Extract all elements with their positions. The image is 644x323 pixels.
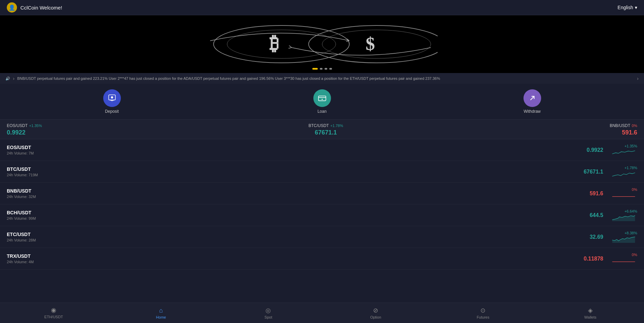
eos-chart: +1.35% xyxy=(610,144,637,156)
ticker-arrow-prev[interactable]: › xyxy=(13,76,15,81)
market-row-eos[interactable]: EOS/USDT 24h Volume: 7M 0.9922 +1.35% xyxy=(0,139,644,161)
nav-option[interactable]: ⊘ Option xyxy=(322,307,429,319)
loan-icon xyxy=(313,89,331,107)
btc-info: BTC/USDT 24h Volume: 719M xyxy=(7,166,38,177)
price-eos[interactable]: EOS/USDT +1.35% 0.9922 xyxy=(7,122,42,136)
trx-info: TRX/USDT 24h Volume: 4M xyxy=(7,253,34,264)
dot-4[interactable] xyxy=(329,68,332,70)
eos-market-price: 0.9922 xyxy=(587,147,603,153)
spot-icon: ◎ xyxy=(265,307,271,314)
btc-right: 67671.1 +1.78% xyxy=(584,166,637,178)
eos-change: +1.35% xyxy=(624,144,637,148)
trx-pair: TRX/USDT xyxy=(7,253,34,259)
ticker-bar: 🔊 › BNB/USDT perpetual futures pair and … xyxy=(0,73,644,84)
svg-point-7 xyxy=(111,96,113,99)
svg-text:₿: ₿ xyxy=(270,33,279,54)
eos-volume: 24h Volume: 7M xyxy=(7,151,34,155)
etc-info: ETC/USDT 24h Volume: 28M xyxy=(7,232,36,242)
bch-change: +6.64% xyxy=(624,209,637,213)
btc-change: +1.78% xyxy=(624,166,637,170)
btc-volume: 24h Volume: 719M xyxy=(7,173,38,177)
bch-volume: 24h Volume: 99M xyxy=(7,216,36,220)
option-icon: ⊘ xyxy=(373,307,378,314)
bch-chart: +6.64% xyxy=(610,209,637,221)
nav-home[interactable]: ⌂ Home xyxy=(107,307,215,319)
bnb-market-price: 591.6 xyxy=(590,191,603,197)
ticker-arrow-next[interactable]: › xyxy=(637,76,639,81)
dot-3[interactable] xyxy=(325,68,327,70)
market-list: EOS/USDT 24h Volume: 7M 0.9922 +1.35% BT… xyxy=(0,139,644,292)
btc-pair-label: BTC/USDT +1.78% xyxy=(309,122,343,128)
etc-chart: +8.38% xyxy=(610,231,637,243)
deposit-icon xyxy=(103,89,121,107)
futures-label: Futures xyxy=(477,315,489,319)
svg-text:$: $ xyxy=(366,33,375,54)
trx-change: 0% xyxy=(632,253,637,257)
eth-usdt-icon: ◉ xyxy=(51,306,56,314)
banner-dots xyxy=(312,68,332,70)
nav-eth-usdt[interactable]: ◉ ETH/USDT xyxy=(0,306,107,320)
bottom-nav: ◉ ETH/USDT ⌂ Home ◎ Spot ⊘ Option ⊙ Futu… xyxy=(0,303,644,323)
banner-logo: ₿ $ xyxy=(207,22,438,66)
ticker-text: BNB/USDT perpetual futures pair and gain… xyxy=(17,76,440,80)
bch-mini-chart xyxy=(610,214,637,221)
eth-usdt-label: ETH/USDT xyxy=(44,315,63,319)
eos-info: EOS/USDT 24h Volume: 7M xyxy=(7,145,34,155)
market-row-etc[interactable]: ETC/USDT 24h Volume: 28M 32.69 +8.38% xyxy=(0,226,644,248)
trx-mini-chart xyxy=(610,257,637,265)
svg-rect-8 xyxy=(318,96,326,101)
price-bnb[interactable]: BNB/USDT 0% 591.6 xyxy=(610,122,637,136)
bch-market-price: 644.5 xyxy=(590,212,603,218)
banner: ₿ $ xyxy=(0,15,644,73)
withdraw-action[interactable]: Withdraw xyxy=(523,89,541,114)
etc-volume: 24h Volume: 28M xyxy=(7,238,36,242)
bch-pair: BCH/USDT xyxy=(7,210,36,215)
market-row-bnb[interactable]: BNB/USDT 24h Volume: 32M 591.6 0% xyxy=(0,183,644,204)
eos-right: 0.9922 +1.35% xyxy=(587,144,637,156)
btc-market-price: 67671.1 xyxy=(584,169,603,175)
etc-market-price: 32.69 xyxy=(590,234,603,240)
market-row-bch[interactable]: BCH/USDT 24h Volume: 99M 644.5 +6.64% xyxy=(0,204,644,226)
price-btc[interactable]: BTC/USDT +1.78% 67671.1 xyxy=(309,122,343,136)
bnb-right: 591.6 0% xyxy=(590,187,637,199)
etc-pair: ETC/USDT xyxy=(7,232,36,237)
etc-mini-chart xyxy=(610,236,637,243)
dot-1[interactable] xyxy=(312,68,318,70)
home-label: Home xyxy=(156,315,166,319)
language-label: English xyxy=(618,5,633,10)
bnb-volume: 24h Volume: 32M xyxy=(7,195,36,199)
withdraw-label: Withdraw xyxy=(523,109,540,114)
wallets-icon: ◈ xyxy=(588,307,593,314)
bnb-chart: 0% xyxy=(610,187,637,199)
market-row-trx[interactable]: TRX/USDT 24h Volume: 4M 0.11878 0% xyxy=(0,248,644,270)
bch-right: 644.5 +6.64% xyxy=(590,209,637,221)
withdraw-icon xyxy=(523,89,541,107)
nav-wallets[interactable]: ◈ Wallets xyxy=(537,307,644,319)
btc-price: 67671.1 xyxy=(309,129,343,136)
nav-spot[interactable]: ◎ Spot xyxy=(215,307,322,319)
quick-actions: Deposit Loan Withdraw xyxy=(0,84,644,119)
market-row-btc[interactable]: BTC/USDT 24h Volume: 719M 67671.1 +1.78% xyxy=(0,161,644,183)
bnb-mini-chart xyxy=(610,192,637,199)
bnb-price: 591.6 xyxy=(610,129,637,136)
header-left: 👤 CclCoin Welcome! xyxy=(7,2,62,13)
eos-pair-label: EOS/USDT +1.35% xyxy=(7,122,42,128)
language-selector[interactable]: English ▾ xyxy=(618,5,637,10)
eos-price: 0.9922 xyxy=(7,129,42,136)
deposit-action[interactable]: Deposit xyxy=(103,89,121,114)
bch-info: BCH/USDT 24h Volume: 99M xyxy=(7,210,36,220)
btc-pair: BTC/USDT xyxy=(7,166,38,172)
bnb-pair-label: BNB/USDT 0% xyxy=(610,122,637,128)
deposit-label: Deposit xyxy=(105,109,119,114)
bnb-pair: BNB/USDT xyxy=(7,188,36,194)
trx-volume: 24h Volume: 4M xyxy=(7,260,34,264)
chevron-down-icon: ▾ xyxy=(635,5,637,10)
wallets-label: Wallets xyxy=(584,315,596,319)
dot-2[interactable] xyxy=(320,68,323,70)
avatar: 👤 xyxy=(7,2,17,13)
futures-icon: ⊙ xyxy=(480,307,485,314)
loan-action[interactable]: Loan xyxy=(313,89,331,114)
header: 👤 CclCoin Welcome! English ▾ xyxy=(0,0,644,15)
etc-change: +8.38% xyxy=(624,231,637,235)
nav-futures[interactable]: ⊙ Futures xyxy=(429,307,537,319)
